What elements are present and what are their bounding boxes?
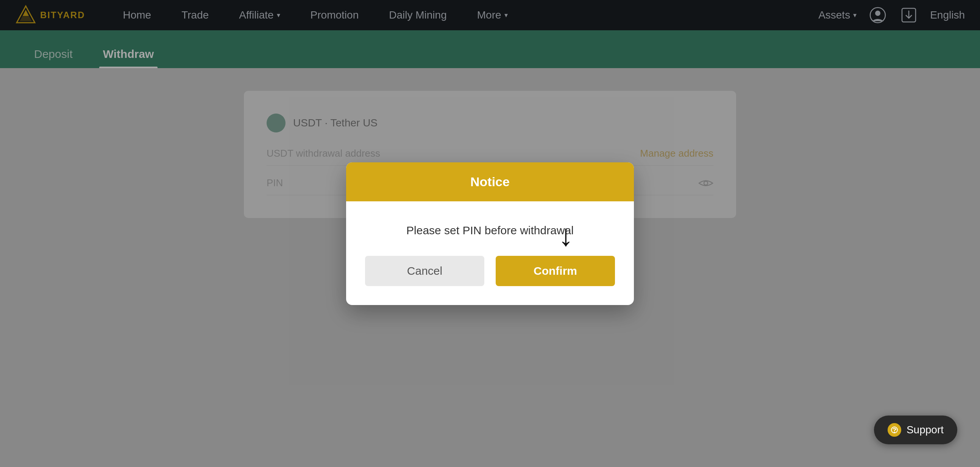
notice-modal: Notice Please set PIN before withdrawal … <box>346 162 634 305</box>
svg-point-9 <box>894 432 895 433</box>
modal-message: Please set PIN before withdrawal <box>365 224 615 237</box>
arrow-down-icon: ↓ <box>558 220 573 251</box>
cancel-button[interactable]: Cancel <box>365 256 484 286</box>
modal-body: Please set PIN before withdrawal ↓ Cance… <box>346 201 634 305</box>
modal-overlay: Notice Please set PIN before withdrawal … <box>0 0 980 467</box>
main-content: USDT · Tether US USDT withdrawal address… <box>0 68 980 467</box>
modal-title: Notice <box>470 175 510 189</box>
modal-buttons: Cancel Confirm <box>365 256 615 286</box>
modal-header: Notice <box>346 162 634 201</box>
support-label: Support <box>907 424 943 436</box>
confirm-button[interactable]: Confirm <box>496 256 615 286</box>
support-button[interactable]: Support <box>874 416 957 444</box>
support-icon <box>888 423 901 437</box>
